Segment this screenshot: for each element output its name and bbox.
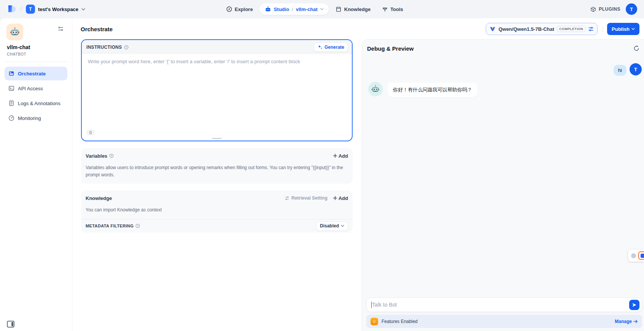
knowledge-title: Knowledge (86, 195, 112, 201)
collapse-sidebar-button[interactable] (7, 321, 14, 328)
app-settings-icon[interactable] (58, 26, 64, 33)
chat-input[interactable] (372, 302, 629, 308)
user-message-bubble: hi (614, 65, 627, 76)
add-knowledge-label: Add (339, 195, 348, 201)
plugins-label: PLUGINS (599, 6, 620, 12)
instructions-header: INSTRUCTIONS Generate (82, 40, 352, 54)
knowledge-card: Knowledge Retrieval Setting Add You can (81, 190, 353, 233)
chevron-down-icon (631, 28, 635, 30)
page-title: Orchestrate (81, 26, 113, 32)
robot-emoji-icon (10, 27, 20, 37)
main-header: Orchestrate Qwen/Qwen1.5-7B-Chat COMPLET… (72, 18, 644, 40)
features-icon (370, 318, 378, 325)
variables-description: Variables allow users to introduce promp… (81, 163, 353, 184)
nav-knowledge[interactable]: Knowledge (331, 4, 375, 15)
nav-studio-active[interactable]: Studio / vllm-chat (260, 3, 329, 15)
browser-extension-widget[interactable] (628, 249, 644, 262)
app-type-label: CHATBOT (7, 52, 67, 56)
vllm-logo-icon (490, 26, 496, 32)
sidebar-item-api-access[interactable]: API Access (5, 82, 67, 95)
app-sidebar: vllm-chat CHATBOT Orchestrate API Access… (0, 18, 72, 331)
manage-features-link[interactable]: Manage (615, 319, 638, 324)
nav-knowledge-label: Knowledge (344, 6, 370, 12)
generate-button[interactable]: Generate (314, 42, 348, 52)
instructions-title: INSTRUCTIONS (86, 45, 122, 50)
add-knowledge-button[interactable]: Add (333, 195, 348, 201)
sidebar-item-label: Logs & Annotations (18, 101, 60, 106)
current-app-name: vllm-chat (296, 6, 318, 12)
robot-icon (265, 6, 271, 12)
knowledge-header: Knowledge Retrieval Setting Add (81, 190, 353, 206)
studio-breadcrumb-separator: / (292, 6, 293, 12)
orchestrate-config-column: INSTRUCTIONS Generate 0 Variables (81, 39, 353, 233)
sidebar-item-logs-annotations[interactable]: Logs & Annotations (5, 96, 67, 110)
header-divider (602, 26, 603, 32)
robot-emoji-icon (371, 85, 380, 93)
workspace-name: test's Workspace (38, 6, 78, 12)
chevron-down-icon (81, 8, 85, 11)
terminal-icon (8, 85, 14, 91)
send-button[interactable] (629, 300, 639, 310)
nav-explore-label: Explore (235, 6, 253, 12)
workspace-switcher[interactable]: T test's Workspace (26, 5, 85, 14)
variables-title: Variables (86, 153, 107, 159)
sidebar-item-orchestrate[interactable]: Orchestrate (5, 67, 67, 80)
metadata-filtering-row: METADATA FILTERING Disabled (81, 219, 353, 233)
variables-card: Variables Add Variables allow users to i… (81, 148, 353, 184)
publish-label: Publish (612, 26, 630, 32)
debug-preview-panel: Debug & Preview hi T (362, 39, 644, 331)
variables-header: Variables Add (81, 148, 353, 163)
model-selector[interactable]: Qwen/Qwen1.5-7B-Chat COMPLETION (486, 23, 598, 35)
sparkles-icon (318, 45, 323, 50)
top-nav-bar: / T test's Workspace Explore Studio / vl… (0, 0, 644, 18)
metadata-filtering-dropdown[interactable]: Disabled (316, 221, 348, 231)
bot-message-bubble: 你好！有什么问题我可以帮助你吗？ (388, 83, 477, 97)
user-chat-avatar: T (630, 63, 642, 75)
retrieval-setting-button[interactable]: Retrieval Setting (285, 195, 328, 201)
knowledge-description: You can import Knowledge as context (81, 206, 353, 219)
hammer-icon (382, 6, 388, 12)
compass-icon (226, 6, 232, 12)
add-variable-button[interactable]: Add (333, 153, 348, 159)
sidebar-item-monitoring[interactable]: Monitoring (5, 111, 67, 125)
arrow-right-icon (633, 320, 638, 323)
restart-conversation-button[interactable] (633, 45, 640, 52)
sidebar-item-label: Monitoring (18, 115, 41, 121)
publish-button[interactable]: Publish (607, 23, 639, 35)
dify-logo-icon[interactable] (7, 5, 17, 14)
add-variable-label: Add (339, 153, 348, 159)
retrieval-setting-label: Retrieval Setting (291, 195, 328, 201)
nav-tools[interactable]: Tools (377, 4, 408, 15)
nav-explore[interactable]: Explore (221, 3, 258, 15)
nav-tools-label: Tools (390, 6, 403, 12)
chevron-down-icon (320, 8, 324, 10)
model-parameters-icon[interactable] (588, 27, 594, 32)
nav-studio-label: Studio (274, 6, 289, 12)
app-name: vllm-chat (7, 44, 67, 50)
extension-badge-icon (638, 251, 644, 260)
breadcrumb-separator: / (21, 6, 22, 12)
text-caret (371, 302, 372, 308)
sidebar-divider (5, 62, 67, 62)
book-icon (336, 6, 342, 12)
main-area: Orchestrate Qwen/Qwen1.5-7B-Chat COMPLET… (72, 18, 644, 331)
content-sheet: vllm-chat CHATBOT Orchestrate API Access… (0, 18, 644, 331)
plugins-button[interactable]: PLUGINS (590, 6, 620, 12)
package-icon (590, 6, 596, 12)
help-icon[interactable] (109, 154, 114, 158)
help-icon[interactable] (135, 224, 140, 228)
prompt-editor[interactable] (82, 54, 352, 126)
resize-handle[interactable] (212, 138, 222, 139)
paper-plane-icon (632, 302, 637, 307)
sidebar-item-label: Orchestrate (18, 71, 46, 77)
chat-log: hi T 你好！有什么问题我可以帮助你吗？ (368, 57, 642, 294)
chat-message-assistant: 你好！有什么问题我可以帮助你吗？ (368, 82, 642, 97)
gauge-icon (8, 115, 14, 121)
help-icon[interactable] (124, 45, 129, 50)
main-nav: Explore Studio / vllm-chat Knowledge Too… (221, 0, 408, 18)
top-nav-right: PLUGINS T (590, 3, 637, 15)
plus-icon (333, 196, 337, 200)
model-name: Qwen/Qwen1.5-7B-Chat (498, 26, 554, 32)
features-enabled-label: Features Enabled (382, 319, 418, 324)
user-avatar[interactable]: T (626, 3, 637, 15)
